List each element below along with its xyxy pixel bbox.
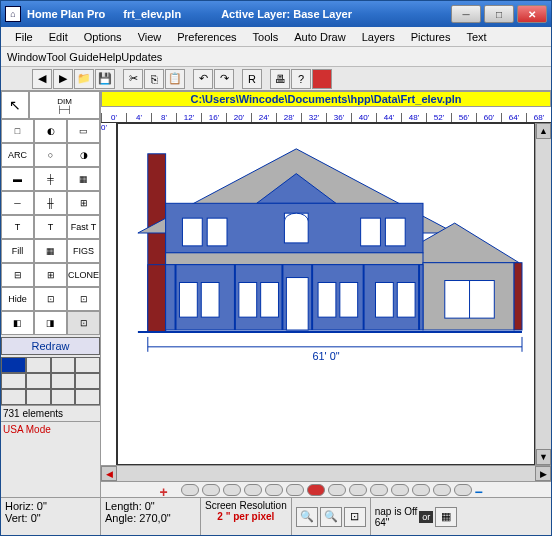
menu-tools[interactable]: Tools bbox=[245, 29, 287, 45]
menu-options[interactable]: Options bbox=[76, 29, 130, 45]
open-icon[interactable]: 📁 bbox=[74, 69, 94, 89]
scroll-up-icon[interactable]: ▲ bbox=[536, 123, 551, 139]
layer-dot[interactable] bbox=[286, 484, 304, 496]
color-swatch[interactable] bbox=[75, 373, 100, 389]
drawing-area[interactable]: 61' 0" bbox=[117, 123, 535, 465]
layer-dot[interactable] bbox=[454, 484, 472, 496]
layer-dot[interactable] bbox=[412, 484, 430, 496]
stop-icon[interactable] bbox=[312, 69, 332, 89]
color-swatch[interactable] bbox=[26, 373, 51, 389]
menu-file[interactable]: File bbox=[7, 29, 41, 45]
layer-dot[interactable] bbox=[349, 484, 367, 496]
maximize-button[interactable]: □ bbox=[484, 5, 514, 23]
tool-hatch[interactable]: ▦ bbox=[34, 239, 67, 263]
menu-layers[interactable]: Layers bbox=[354, 29, 403, 45]
print-icon[interactable]: 🖶 bbox=[270, 69, 290, 89]
zoom-out-icon[interactable]: 🔍 bbox=[320, 507, 342, 527]
tool-24[interactable]: ⊡ bbox=[67, 287, 100, 311]
pointer-tool[interactable]: ↖ bbox=[1, 91, 29, 119]
tool-arc[interactable]: ARC bbox=[1, 143, 34, 167]
tool-fasttext[interactable]: Fast T bbox=[67, 215, 100, 239]
menu-pictures[interactable]: Pictures bbox=[403, 29, 459, 45]
tool-27[interactable]: ⊡ bbox=[67, 311, 100, 335]
tool-25[interactable]: ◧ bbox=[1, 311, 34, 335]
menu-view[interactable]: View bbox=[130, 29, 170, 45]
r-tool-icon[interactable]: R bbox=[242, 69, 262, 89]
tool-hide[interactable]: Hide bbox=[1, 287, 34, 311]
scroll-down-icon[interactable]: ▼ bbox=[536, 449, 551, 465]
color-swatch[interactable] bbox=[26, 389, 51, 405]
color-swatch[interactable] bbox=[1, 357, 26, 373]
layer-dot[interactable] bbox=[391, 484, 409, 496]
layer-dot[interactable] bbox=[181, 484, 199, 496]
redo-icon[interactable]: ↷ bbox=[214, 69, 234, 89]
snap-toggle-icon[interactable]: ▦ bbox=[435, 507, 457, 527]
menu-text[interactable]: Text bbox=[458, 29, 494, 45]
dim-tool[interactable]: DIM ├─┤ bbox=[29, 91, 100, 119]
color-swatch[interactable] bbox=[75, 357, 100, 373]
layer-dot[interactable] bbox=[328, 484, 346, 496]
tool-19[interactable]: ⊟ bbox=[1, 263, 34, 287]
tool-12[interactable]: ⊞ bbox=[67, 191, 100, 215]
tool-11[interactable]: ╫ bbox=[34, 191, 67, 215]
layer-dot[interactable] bbox=[433, 484, 451, 496]
color-swatch[interactable] bbox=[75, 389, 100, 405]
tool-23[interactable]: ⊡ bbox=[34, 287, 67, 311]
snap-or-badge[interactable]: or bbox=[419, 511, 433, 523]
tool-2[interactable]: ◐ bbox=[34, 119, 67, 143]
tool-line[interactable]: ─ bbox=[1, 191, 34, 215]
color-swatch[interactable] bbox=[26, 357, 51, 373]
tool-8[interactable]: ╪ bbox=[34, 167, 67, 191]
menu-help[interactable]: Help bbox=[99, 51, 122, 63]
tool-wall[interactable]: ▬ bbox=[1, 167, 34, 191]
copy-icon[interactable]: ⎘ bbox=[144, 69, 164, 89]
minimize-button[interactable]: ─ bbox=[451, 5, 481, 23]
tool-9[interactable]: ▦ bbox=[67, 167, 100, 191]
layer-dot[interactable] bbox=[244, 484, 262, 496]
tool-6[interactable]: ◑ bbox=[67, 143, 100, 167]
add-layer-icon[interactable]: + bbox=[160, 484, 178, 496]
tool-circle[interactable]: ○ bbox=[34, 143, 67, 167]
menu-updates[interactable]: Updates bbox=[121, 51, 162, 63]
tool-text[interactable]: T bbox=[1, 215, 34, 239]
tool-figs[interactable]: FIGS bbox=[67, 239, 100, 263]
save-icon[interactable]: 💾 bbox=[95, 69, 115, 89]
tool-clone[interactable]: CLONE bbox=[67, 263, 100, 287]
nav-left-icon[interactable]: ◀ bbox=[32, 69, 52, 89]
menu-preferences[interactable]: Preferences bbox=[169, 29, 244, 45]
zoom-in-icon[interactable]: 🔍 bbox=[296, 507, 318, 527]
zoom-fit-icon[interactable]: ⊡ bbox=[344, 507, 366, 527]
color-swatch[interactable] bbox=[51, 357, 76, 373]
tool-rect[interactable]: □ bbox=[1, 119, 34, 143]
cut-icon[interactable]: ✂ bbox=[123, 69, 143, 89]
layer-dot[interactable] bbox=[265, 484, 283, 496]
menu-autodraw[interactable]: Auto Draw bbox=[286, 29, 353, 45]
tool-20[interactable]: ⊞ bbox=[34, 263, 67, 287]
close-button[interactable]: ✕ bbox=[517, 5, 547, 23]
horizontal-scrollbar[interactable]: ◀ ▶ bbox=[101, 465, 551, 481]
scroll-left-icon[interactable]: ◀ bbox=[101, 466, 117, 481]
color-swatch[interactable] bbox=[51, 373, 76, 389]
tool-3[interactable]: ▭ bbox=[67, 119, 100, 143]
tool-text2[interactable]: T bbox=[34, 215, 67, 239]
undo-icon[interactable]: ↶ bbox=[193, 69, 213, 89]
scroll-right-icon[interactable]: ▶ bbox=[535, 466, 551, 481]
tool-fill[interactable]: Fill bbox=[1, 239, 34, 263]
color-swatch[interactable] bbox=[1, 373, 26, 389]
menu-toolguide[interactable]: Tool Guide bbox=[46, 51, 99, 63]
menu-window[interactable]: Window bbox=[7, 51, 46, 63]
color-swatch[interactable] bbox=[51, 389, 76, 405]
vertical-scrollbar[interactable]: ▲ ▼ bbox=[535, 123, 551, 465]
tool-26[interactable]: ◨ bbox=[34, 311, 67, 335]
redraw-button[interactable]: Redraw bbox=[1, 337, 100, 355]
layer-dot[interactable] bbox=[202, 484, 220, 496]
menu-edit[interactable]: Edit bbox=[41, 29, 76, 45]
layer-dot[interactable] bbox=[370, 484, 388, 496]
layer-dot-active[interactable] bbox=[307, 484, 325, 496]
remove-layer-icon[interactable]: − bbox=[475, 484, 493, 496]
help-icon[interactable]: ? bbox=[291, 69, 311, 89]
nav-right-icon[interactable]: ▶ bbox=[53, 69, 73, 89]
color-swatch[interactable] bbox=[1, 389, 26, 405]
paste-icon[interactable]: 📋 bbox=[165, 69, 185, 89]
layer-dot[interactable] bbox=[223, 484, 241, 496]
